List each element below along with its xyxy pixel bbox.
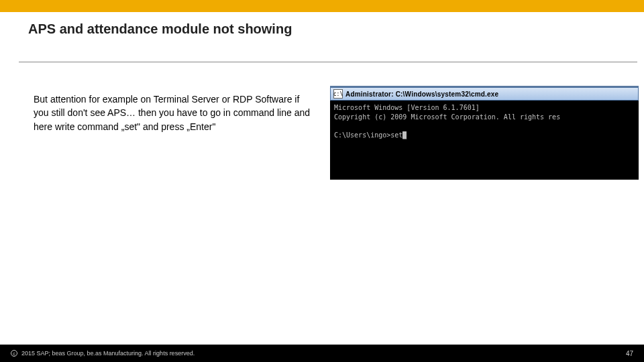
cmd-window-title: Administrator: C:\Windows\system32\cmd.e… — [345, 90, 638, 98]
footer-copyright: 2015 SAP; beas Group, be.as Manufacturin… — [21, 350, 195, 357]
slide: APS and attendance module not showing Bu… — [0, 0, 644, 362]
cmd-line-1: Microsoft Windows [Version 6.1.7601] — [334, 104, 480, 111]
page-title: APS and attendance module not showing — [28, 21, 292, 37]
cmd-line-2: Copyright (c) 2009 Microsoft Corporation… — [334, 113, 560, 121]
cmd-typed-text: set — [390, 131, 402, 139]
horizontal-rule — [19, 62, 637, 62]
cmd-body: Microsoft Windows [Version 6.1.7601] Cop… — [330, 101, 639, 142]
cmd-system-icon: c:\ — [333, 89, 343, 99]
footer: c 2015 SAP; beas Group, be.as Manufactur… — [0, 345, 644, 362]
page-number: 47 — [626, 350, 633, 357]
copyright-icon: c — [11, 350, 17, 357]
cmd-titlebar: c:\ Administrator: C:\Windows\system32\c… — [330, 87, 639, 101]
accent-top-bar — [0, 0, 644, 12]
cmd-prompt: C:\Users\ingo> — [334, 131, 390, 139]
cmd-window: c:\ Administrator: C:\Windows\system32\c… — [330, 86, 639, 180]
body-paragraph: But attention for example on Terminal Se… — [34, 93, 315, 133]
cmd-cursor: _ — [402, 131, 407, 139]
